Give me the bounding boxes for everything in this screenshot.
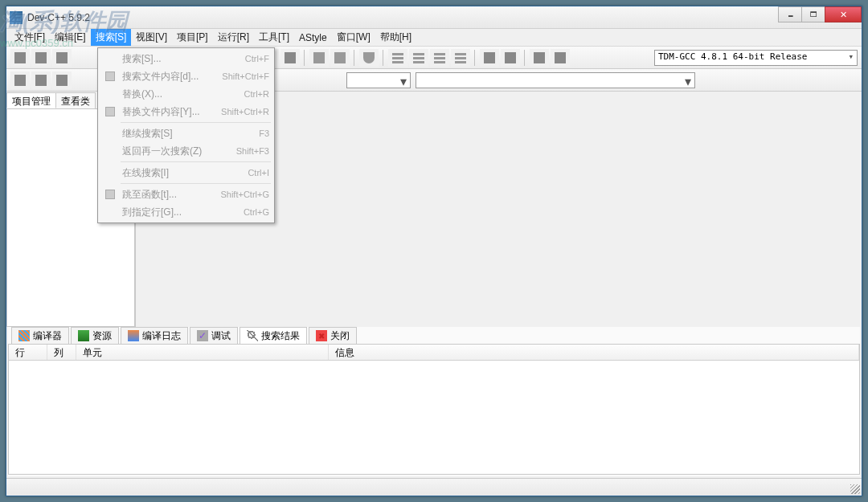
dd-search[interactable]: 搜索[S]...Ctrl+F bbox=[100, 50, 272, 67]
btab-label: 搜索结果 bbox=[261, 329, 300, 343]
menubar: 文件[F] 编辑[E] 搜索[S] 视图[V] 项目[P] 运行[R] 工具[T… bbox=[6, 29, 862, 47]
minimize-button[interactable] bbox=[778, 6, 802, 22]
box-icon bbox=[103, 70, 117, 83]
t2-btn-2[interactable] bbox=[31, 71, 51, 89]
btab-compile-log[interactable]: 编译日志 bbox=[121, 327, 188, 344]
btab-debug[interactable]: 调试 bbox=[190, 327, 238, 344]
box-icon bbox=[103, 105, 117, 118]
x-icon bbox=[505, 52, 516, 63]
bug-icon bbox=[534, 52, 545, 63]
menu-run[interactable]: 运行[R] bbox=[213, 29, 254, 46]
grid-icon bbox=[455, 52, 466, 63]
nav-fwd-button[interactable] bbox=[330, 49, 350, 67]
grid-icon bbox=[413, 52, 424, 63]
nav-back-button[interactable] bbox=[309, 49, 329, 67]
save-icon bbox=[56, 52, 68, 63]
menu-astyle[interactable]: AStyle bbox=[294, 31, 332, 45]
save-button[interactable] bbox=[52, 49, 72, 67]
shield-icon bbox=[363, 52, 375, 63]
separator bbox=[383, 50, 384, 66]
symbol-combo[interactable] bbox=[416, 72, 695, 88]
file-icon bbox=[14, 52, 26, 63]
rebuild-button[interactable] bbox=[451, 49, 470, 67]
profile-button[interactable] bbox=[551, 49, 570, 67]
app-window: Dev-C++ 5.9.2 文件[F] 编辑[E] 搜索[S] 视图[V] 项目… bbox=[6, 6, 862, 496]
separator bbox=[474, 50, 476, 66]
separator bbox=[121, 183, 271, 184]
statusbar bbox=[6, 478, 862, 496]
compile-button[interactable] bbox=[388, 49, 407, 67]
menu-search[interactable]: 搜索[S] bbox=[91, 29, 132, 46]
grid-icon bbox=[392, 52, 403, 63]
blank-icon bbox=[103, 127, 117, 140]
separator bbox=[121, 122, 271, 123]
separator bbox=[524, 50, 526, 66]
dd-find-next[interactable]: 继续搜索[S]F3 bbox=[100, 124, 272, 142]
table-header: 行 列 单元 信息 bbox=[9, 345, 859, 361]
search-results-table[interactable]: 行 列 单元 信息 bbox=[8, 345, 860, 475]
menu-view[interactable]: 视图[V] bbox=[131, 29, 172, 46]
menu-edit[interactable]: 编辑[E] bbox=[50, 29, 91, 46]
compile-run-button[interactable] bbox=[430, 49, 449, 67]
stop-button[interactable] bbox=[501, 49, 520, 67]
menu-window[interactable]: 窗口[W] bbox=[332, 29, 375, 46]
menu-tools[interactable]: 工具[T] bbox=[254, 29, 294, 46]
open-button[interactable] bbox=[31, 49, 51, 67]
window-controls bbox=[779, 6, 862, 22]
tool-btn-2[interactable] bbox=[280, 49, 300, 67]
dd-find-prev[interactable]: 返回再一次搜索(Z)Shift+F3 bbox=[100, 142, 272, 160]
btab-compiler[interactable]: 编译器 bbox=[11, 327, 69, 344]
btab-label: 编译日志 bbox=[142, 329, 181, 343]
separator bbox=[304, 50, 305, 66]
col-unit[interactable]: 单元 bbox=[76, 345, 329, 360]
run-button[interactable] bbox=[409, 49, 428, 67]
blank-icon bbox=[103, 145, 117, 157]
box-icon bbox=[103, 188, 117, 201]
menu-project[interactable]: 项目[P] bbox=[172, 29, 213, 46]
menu-help[interactable]: 帮助[H] bbox=[375, 29, 416, 46]
new-button[interactable] bbox=[10, 49, 30, 67]
close-button[interactable] bbox=[825, 6, 862, 22]
col-row[interactable]: 行 bbox=[9, 345, 47, 360]
debug-icon bbox=[197, 330, 208, 341]
check-button[interactable] bbox=[480, 49, 499, 67]
dd-replace-files[interactable]: 替换文件内容[Y]...Shift+Ctrl+R bbox=[100, 103, 272, 120]
dd-goto-function[interactable]: 跳至函数[t]...Shift+Ctrl+G bbox=[100, 186, 272, 203]
generic-icon bbox=[56, 75, 68, 86]
close-icon bbox=[316, 330, 327, 341]
col-info[interactable]: 信息 bbox=[329, 345, 859, 360]
tab-project-mgr[interactable]: 项目管理 bbox=[6, 92, 56, 108]
scope-combo[interactable] bbox=[346, 72, 411, 88]
bottom-tabs: 编译器 资源 编译日志 调试 搜索结果 关闭 bbox=[8, 327, 860, 345]
compiler-select[interactable]: TDM-GCC 4.8.1 64-bit Release bbox=[654, 50, 858, 66]
btab-label: 资源 bbox=[92, 329, 112, 343]
btab-close[interactable]: 关闭 bbox=[309, 327, 357, 344]
debug-button[interactable] bbox=[530, 49, 549, 67]
t2-btn-1[interactable] bbox=[10, 71, 30, 89]
bottom-panel: 编译器 资源 编译日志 调试 搜索结果 关闭 行 列 单元 信息 bbox=[8, 327, 860, 476]
search-icon bbox=[247, 330, 258, 341]
check-icon bbox=[484, 52, 495, 63]
forward-icon bbox=[334, 52, 346, 63]
shield-button[interactable] bbox=[359, 49, 379, 67]
dd-replace[interactable]: 替换(X)...Ctrl+R bbox=[100, 85, 272, 103]
t2-btn-3[interactable] bbox=[52, 71, 72, 89]
generic-icon bbox=[14, 75, 26, 86]
btab-resources[interactable]: 资源 bbox=[71, 327, 119, 344]
grid-icon bbox=[434, 52, 445, 63]
blank-icon bbox=[103, 166, 117, 179]
btab-search-results[interactable]: 搜索结果 bbox=[240, 327, 307, 344]
tab-class-view[interactable]: 查看类 bbox=[55, 92, 96, 108]
dd-search-files[interactable]: 搜索文件内容[d]...Shift+Ctrl+F bbox=[100, 67, 272, 85]
window-title: Dev-C++ 5.9.2 bbox=[27, 12, 90, 23]
generic-icon bbox=[35, 75, 47, 86]
chart-icon bbox=[555, 52, 566, 63]
dd-online-search[interactable]: 在线搜索[I]Ctrl+I bbox=[100, 164, 272, 182]
maximize-button[interactable] bbox=[801, 6, 825, 22]
dd-goto-line[interactable]: 到指定行[G]...Ctrl+G bbox=[100, 203, 272, 221]
btab-label: 编译器 bbox=[33, 329, 62, 343]
menu-file[interactable]: 文件[F] bbox=[10, 29, 50, 46]
blank-icon bbox=[103, 52, 117, 65]
col-col[interactable]: 列 bbox=[47, 345, 76, 360]
back-icon bbox=[313, 52, 325, 63]
